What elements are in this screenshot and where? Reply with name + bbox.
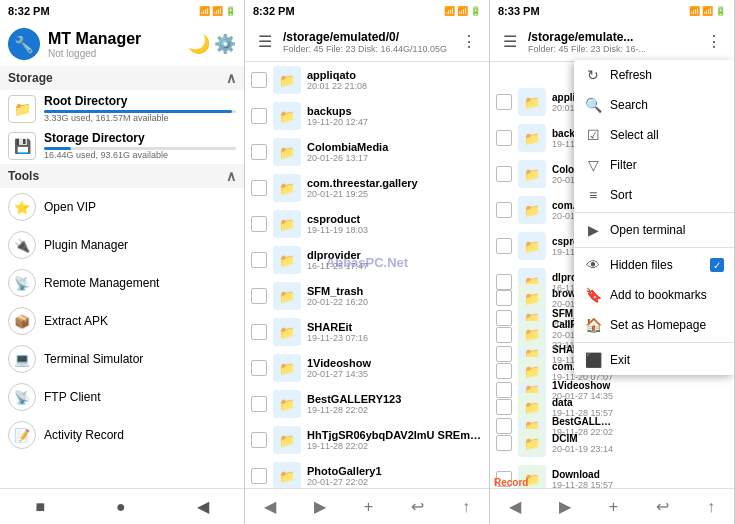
file-item[interactable]: 📁 csproduct 19-11-19 18:03 xyxy=(245,206,489,242)
nav-square[interactable]: ■ xyxy=(35,498,45,516)
file-date: 19-11-28 22:02 xyxy=(307,441,483,451)
moon-icon[interactable]: 🌙 xyxy=(188,33,210,55)
file-checkbox[interactable] xyxy=(496,363,512,379)
tool-item-terminal-simulator[interactable]: 💻 Terminal Simulator xyxy=(0,340,244,378)
file-checkbox[interactable] xyxy=(251,468,267,484)
file-checkbox[interactable] xyxy=(251,72,267,88)
file-icon: 📁 xyxy=(518,429,546,457)
file-icon: 📁 xyxy=(273,282,301,310)
side-file-item[interactable]: 📁 DCIM 20-01-19 23:14 xyxy=(490,425,620,461)
file-checkbox[interactable] xyxy=(496,327,512,343)
file-checkbox[interactable] xyxy=(496,435,512,451)
file-date: 19-11-28 15:57 xyxy=(552,480,614,489)
file-item[interactable]: 📁 backups 19-11-20 12:47 xyxy=(245,98,489,134)
file-checkbox[interactable] xyxy=(496,166,512,182)
menu-item-select-all[interactable]: ☑ Select all xyxy=(574,120,734,150)
file-info: Download 19-11-28 15:57 xyxy=(552,469,614,489)
menu-label: Refresh xyxy=(610,68,724,82)
file-checkbox[interactable] xyxy=(251,216,267,232)
file-checkbox[interactable] xyxy=(251,108,267,124)
file-item[interactable]: 📁 dlprovider 16-11-25 17:47 xyxy=(245,242,489,278)
storage-toggle[interactable]: ∧ xyxy=(226,70,236,86)
file-checkbox[interactable] xyxy=(496,130,512,146)
file-checkbox[interactable] xyxy=(496,399,512,415)
file-checkbox[interactable] xyxy=(496,471,512,487)
menu-icon: 🔖 xyxy=(584,287,602,303)
file-item[interactable]: 📁 SHAREit 19-11-23 07:16 xyxy=(245,314,489,350)
battery3-icon: 🔋 xyxy=(715,6,726,16)
tool-item-remote-management[interactable]: 📡 Remote Management xyxy=(0,264,244,302)
file-checkbox[interactable] xyxy=(251,144,267,160)
tool-item-extract-apk[interactable]: 📦 Extract APK xyxy=(0,302,244,340)
menu-item-hidden-files[interactable]: 👁 Hidden files ✓ xyxy=(574,250,734,280)
file-checkbox[interactable] xyxy=(251,324,267,340)
file-checkbox[interactable] xyxy=(251,360,267,376)
back-icon-3[interactable]: ◀ xyxy=(509,497,521,516)
file-item[interactable]: 📁 com.threestar.gallery 20-01-21 19:25 xyxy=(245,170,489,206)
file-item[interactable]: 📁 HhTjgSR06ybqDAV2ImU SREmnZU= 19-11-28 … xyxy=(245,422,489,458)
time-1: 8:32 PM xyxy=(8,5,50,17)
menu-item-exit[interactable]: ⬛ Exit xyxy=(574,345,734,375)
file-item[interactable]: 📁 appliqato 20:01 22 21:08 xyxy=(245,62,489,98)
file-info: ColombiaMedia 20-01-26 13:17 xyxy=(307,141,483,163)
status-icons-2: 📶 📶 🔋 xyxy=(444,6,481,16)
storage-directory-item[interactable]: 💾 Storage Directory 16.44G used, 93.61G … xyxy=(0,127,244,164)
file-checkbox[interactable] xyxy=(251,432,267,448)
tool-item-ftp-client[interactable]: 📡 FTP Client xyxy=(0,378,244,416)
nav-circle[interactable]: ● xyxy=(116,498,126,516)
add-icon-3[interactable]: + xyxy=(609,498,618,516)
forward-icon-2[interactable]: ▶ xyxy=(314,497,326,516)
tool-item-activity-record[interactable]: 📝 Activity Record xyxy=(0,416,244,454)
up-icon-3[interactable]: ↑ xyxy=(707,498,715,516)
file-item[interactable]: 📁 ColombiaMedia 20-01-26 13:17 xyxy=(245,134,489,170)
enter-icon-3[interactable]: ↩ xyxy=(656,497,669,516)
status-bar-3: 8:33 PM 📶 📶 🔋 xyxy=(490,0,734,22)
file-checkbox[interactable] xyxy=(251,252,267,268)
file-checkbox[interactable] xyxy=(496,290,512,306)
screen3: 8:33 PM 📶 📶 🔋 ☰ /storage/emulate... Fold… xyxy=(490,0,735,524)
menu-item-refresh[interactable]: ↻ Refresh xyxy=(574,60,734,90)
tool-item-plugin-manager[interactable]: 🔌 Plugin Manager xyxy=(0,226,244,264)
file-checkbox[interactable] xyxy=(251,180,267,196)
side-file-item[interactable]: 📁 data 19-11-28 15:57 xyxy=(490,389,620,425)
side-file-item[interactable]: 📁 Download 19-11-28 15:57 xyxy=(490,461,620,488)
hamburger-icon-2[interactable]: ☰ xyxy=(251,28,279,56)
hidden-files-checkbox[interactable]: ✓ xyxy=(710,258,724,272)
storage-dir-icon: 💾 xyxy=(8,132,36,160)
tool-item-open-vip[interactable]: ⭐ Open VIP xyxy=(0,188,244,226)
root-directory-item[interactable]: 📁 Root Directory 3.33G used, 161.57M ava… xyxy=(0,90,244,127)
file-item[interactable]: 📁 PhotoGallery1 20-01-27 22:02 xyxy=(245,458,489,488)
more-icon-3[interactable]: ⋮ xyxy=(700,28,728,56)
file-checkbox[interactable] xyxy=(251,396,267,412)
menu-item-filter[interactable]: ▽ Filter xyxy=(574,150,734,180)
menu-item-open-terminal[interactable]: ▶ Open terminal xyxy=(574,215,734,245)
file-checkbox[interactable] xyxy=(496,202,512,218)
file-item[interactable]: 📁 1Videoshow 20-01-27 14:35 xyxy=(245,350,489,386)
file-item[interactable]: 📁 BestGALLERY123 19-11-28 22:02 xyxy=(245,386,489,422)
menu-label: Open terminal xyxy=(610,223,724,237)
menu-item-add-to-bookmarks[interactable]: 🔖 Add to bookmarks xyxy=(574,280,734,310)
settings-icon[interactable]: ⚙️ xyxy=(214,33,236,55)
file-checkbox[interactable] xyxy=(496,94,512,110)
back-icon-2[interactable]: ◀ xyxy=(264,497,276,516)
file-info: SFM_trash 20-01-22 16:20 xyxy=(307,285,483,307)
enter-icon-2[interactable]: ↩ xyxy=(411,497,424,516)
tools-toggle[interactable]: ∧ xyxy=(226,168,236,184)
add-icon-2[interactable]: + xyxy=(364,498,373,516)
forward-icon-3[interactable]: ▶ xyxy=(559,497,571,516)
file-item[interactable]: 📁 SFM_trash 20-01-22 16:20 xyxy=(245,278,489,314)
file-name: DCIM xyxy=(552,433,614,444)
hamburger-icon-3[interactable]: ☰ xyxy=(496,28,524,56)
nav-back[interactable]: ◀ xyxy=(197,497,209,516)
file-checkbox[interactable] xyxy=(496,238,512,254)
more-icon-2[interactable]: ⋮ xyxy=(455,28,483,56)
menu-item-set-as-homepage[interactable]: 🏠 Set as Homepage xyxy=(574,310,734,340)
menu-item-sort[interactable]: ≡ Sort xyxy=(574,180,734,210)
file-date: 20-01-19 23:14 xyxy=(552,444,614,454)
menu-item-search[interactable]: 🔍 Search xyxy=(574,90,734,120)
menu-divider xyxy=(574,212,734,213)
menu-icon: ☑ xyxy=(584,127,602,143)
up-icon-2[interactable]: ↑ xyxy=(462,498,470,516)
file-checkbox[interactable] xyxy=(251,288,267,304)
tool-name: FTP Client xyxy=(44,390,100,404)
